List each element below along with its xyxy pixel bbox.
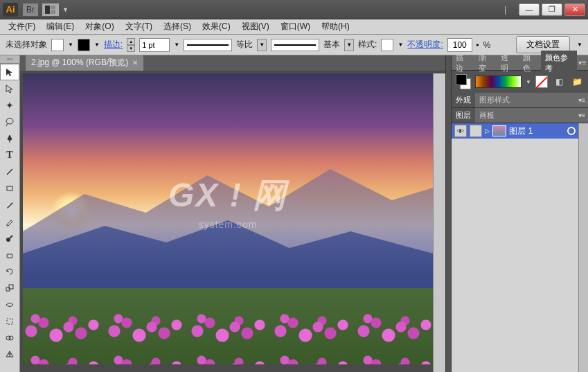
none-swatch[interactable] (535, 76, 548, 88)
menu-help[interactable]: 帮助(H) (316, 19, 355, 35)
menu-view[interactable]: 视图(V) (236, 19, 275, 35)
document-area: 2.jpg @ 100% (RGB/预览) ✕ GX ! 网 system.co… (20, 55, 445, 372)
menu-window[interactable]: 窗口(W) (275, 19, 316, 35)
close-tab-icon[interactable]: ✕ (132, 59, 138, 67)
rectangle-tool[interactable] (0, 180, 19, 197)
direct-selection-tool[interactable] (0, 80, 19, 97)
menu-object[interactable]: 对象(O) (80, 19, 119, 35)
selection-tool[interactable] (0, 64, 19, 80)
profile-dd-icon[interactable]: ▼ (257, 39, 267, 51)
color-panel-tabs: 描边 渐变 透明 颜色 颜色参考 ▾≡ (452, 55, 588, 71)
blob-brush-tool[interactable] (0, 230, 19, 247)
style-swatch[interactable] (381, 39, 393, 51)
type-tool[interactable]: T (0, 147, 19, 163)
visibility-toggle[interactable]: 👁 (454, 125, 467, 137)
color-panel-menu-icon[interactable]: ▾≡ (577, 59, 588, 67)
svg-rect-0 (45, 6, 50, 14)
svg-rect-7 (7, 254, 12, 258)
fill-swatch[interactable] (51, 39, 64, 51)
maximize-button[interactable]: ❐ (542, 3, 562, 16)
stroke-profile[interactable] (184, 39, 232, 51)
width-tool[interactable] (0, 296, 19, 313)
brush-dd-icon[interactable]: ▼ (344, 39, 354, 51)
no-selection-label: 未选择对象 (6, 39, 47, 51)
layers-empty-area (452, 139, 578, 372)
close-button[interactable]: ✕ (564, 3, 585, 16)
arrange-docs-button[interactable] (42, 3, 60, 17)
menu-file[interactable]: 文件(F) (3, 19, 41, 35)
stroke-weight-stepper[interactable]: ▲▼ (127, 38, 135, 52)
rotate-tool[interactable] (0, 263, 19, 280)
canvas-wrap: GX ! 网 system.com (20, 71, 445, 372)
pencil-tool[interactable] (0, 213, 19, 230)
expand-layer-icon[interactable]: ▷ (485, 127, 490, 134)
stroke-weight-input[interactable]: 1 pt (139, 38, 170, 52)
opacity-link[interactable]: 不透明度: (407, 39, 443, 51)
svg-point-12 (9, 336, 13, 340)
brush-def[interactable] (271, 39, 319, 51)
fill-dropdown-icon[interactable]: ▼ (68, 42, 73, 48)
pen-tool[interactable] (0, 130, 19, 147)
fill-stroke-swatches[interactable] (456, 74, 471, 89)
layers-scrollbar[interactable] (578, 123, 588, 372)
layer-name[interactable]: 图层 1 (509, 125, 533, 137)
tab-layers[interactable]: 图层 (452, 108, 475, 123)
appearance-panel-menu-icon[interactable]: ▾≡ (576, 96, 588, 104)
spectrum-dd-icon[interactable]: ▼ (526, 79, 531, 85)
layer-thumbnail (492, 125, 506, 136)
paintbrush-tool[interactable] (0, 197, 19, 213)
layer-row[interactable]: 👁 ▷ 图层 1 (452, 123, 578, 139)
canvas[interactable]: GX ! 网 system.com (23, 73, 433, 364)
stroke-panel-link[interactable]: 描边: (104, 39, 123, 51)
target-icon[interactable] (567, 127, 576, 135)
layers-panel-menu-icon[interactable]: ▾≡ (576, 112, 588, 119)
lock-cell[interactable] (470, 125, 482, 137)
new-group-icon[interactable]: 📁 (570, 76, 584, 88)
menu-select[interactable]: 选择(S) (158, 19, 197, 35)
style-dd-icon[interactable]: ▼ (398, 42, 403, 48)
menu-effect[interactable]: 效果(C) (197, 19, 236, 35)
uniform-label: 等比 (236, 39, 253, 51)
menu-edit[interactable]: 编辑(E) (41, 19, 80, 35)
opacity-dd-icon[interactable]: ▸ (476, 42, 479, 48)
right-panels: 描边 渐变 透明 颜色 颜色参考 ▾≡ ▼ ◧ 📁 外观 图形样式 ▾≡ 图层 … (452, 55, 588, 372)
document-tab-row: 2.jpg @ 100% (RGB/预览) ✕ (20, 55, 445, 71)
eraser-tool[interactable] (0, 247, 19, 263)
style-label: 样式: (358, 39, 377, 51)
arrange-dropdown-icon[interactable]: ▼ (62, 6, 69, 13)
stroke-swatch[interactable] (78, 39, 90, 51)
color-options-icon[interactable]: ◧ (552, 76, 566, 88)
magic-wand-tool[interactable]: ✦ (0, 97, 19, 114)
bridge-button[interactable]: Br (22, 3, 39, 17)
perspective-tool[interactable] (0, 346, 19, 363)
shape-builder-tool[interactable] (0, 330, 19, 346)
docsetup-dd-icon[interactable]: ▼ (577, 42, 582, 48)
toolbox: «« ✦ T (0, 55, 20, 372)
toolbox-grip[interactable]: «« (0, 55, 19, 64)
minimize-button[interactable]: — (519, 3, 540, 16)
svg-rect-2 (51, 10, 55, 14)
opacity-unit: % (483, 40, 491, 50)
document-tab-title: 2.jpg @ 100% (RGB/预览) (31, 57, 128, 69)
svg-rect-10 (7, 319, 12, 324)
stroke-weight-dd-icon[interactable]: ▼ (174, 42, 179, 48)
tab-appearance[interactable]: 外观 (452, 93, 475, 107)
tab-graphic-styles[interactable]: 图形样式 (475, 93, 514, 107)
layers-panel-tabs: 图层 画板 ▾≡ (452, 108, 588, 123)
vertical-scrollbar[interactable] (433, 73, 445, 372)
title-divider: | (504, 5, 506, 15)
free-transform-tool[interactable] (0, 313, 19, 330)
lasso-tool[interactable] (0, 114, 19, 130)
menu-type[interactable]: 文字(T) (120, 19, 158, 35)
line-tool[interactable] (0, 163, 19, 180)
menu-bar: 文件(F) 编辑(E) 对象(O) 文字(T) 选择(S) 效果(C) 视图(V… (0, 19, 588, 35)
tab-artboards[interactable]: 画板 (475, 108, 499, 123)
opacity-input[interactable]: 100 (447, 38, 472, 52)
document-tab[interactable]: 2.jpg @ 100% (RGB/预览) ✕ (26, 55, 143, 71)
stroke-dropdown-icon[interactable]: ▼ (94, 42, 100, 48)
app-logo: Ai (3, 3, 18, 17)
scale-tool[interactable] (0, 280, 19, 296)
color-spectrum[interactable] (475, 76, 522, 88)
dock-strip[interactable] (445, 55, 452, 372)
svg-rect-5 (7, 186, 12, 191)
